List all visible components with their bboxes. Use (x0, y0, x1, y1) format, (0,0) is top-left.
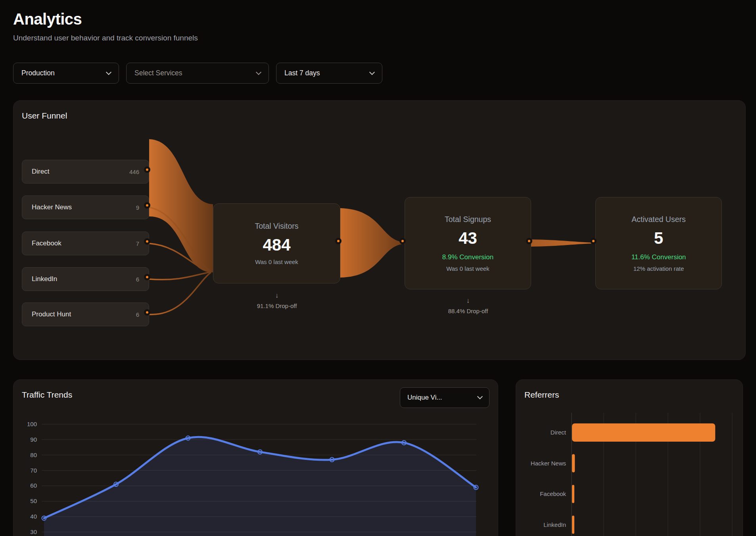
date-range-dropdown[interactable]: Last 7 days (276, 63, 382, 84)
page-header: Analytics Understand user behavior and t… (13, 10, 198, 42)
stage-total-signups[interactable]: Total Signups 43 8.9% Conversion Was 0 l… (405, 197, 531, 289)
services-dropdown[interactable]: Select Services (126, 63, 269, 84)
arrow-down-icon: ↓ (448, 297, 488, 304)
flow-signups-to-activated (531, 239, 595, 247)
y-tick-label: 40 (30, 513, 37, 520)
services-dropdown-placeholder: Select Services (134, 69, 182, 77)
bar (572, 454, 575, 473)
source-count: 6 (136, 311, 139, 318)
y-tick-label: 60 (30, 482, 37, 489)
source-count: 9 (136, 204, 139, 211)
stage-conversion: 8.9% Conversion (442, 253, 493, 261)
bar (572, 423, 715, 442)
source-label: Product Hunt (32, 310, 71, 318)
referrers-bar-chart[interactable]: DirectHacker NewsFacebookLinkedIn (516, 380, 743, 536)
traffic-metric-dropdown-value: Unique Vi... (407, 394, 442, 402)
y-tick-label: 100 (27, 421, 37, 427)
y-tick-label: 50 (30, 498, 37, 504)
stage-value: 5 (654, 229, 663, 248)
source-count: 446 (129, 168, 139, 175)
source-count: 6 (136, 276, 139, 283)
user-funnel-card: User Funnel Direct 446 Hacker N (13, 100, 746, 360)
bar-category-label: Facebook (540, 490, 566, 497)
arrow-down-icon: ↓ (257, 292, 297, 299)
funnel-source-direct[interactable]: Direct 446 (22, 160, 149, 184)
stage-conversion: 11.6% Conversion (631, 253, 686, 261)
stage-title: Total Visitors (255, 222, 298, 231)
bar-category-label: Direct (551, 429, 566, 436)
flow-linkedin-to-visitors (149, 272, 211, 279)
bar (572, 516, 574, 534)
stage-title: Total Signups (445, 215, 491, 224)
bar (572, 485, 574, 503)
funnel-source-product-hunt[interactable]: Product Hunt 6 (22, 302, 149, 326)
bar-category-label: Hacker News (531, 460, 566, 467)
source-label: LinkedIn (32, 275, 57, 283)
stage-title: Activated Users (631, 215, 686, 224)
source-label: Direct (32, 168, 49, 176)
stage-activated-users[interactable]: Activated Users 5 11.6% Conversion 12% a… (595, 197, 722, 289)
y-tick-label: 80 (30, 452, 37, 458)
analytics-dashboard: { "colors": { "accent_orange": "#ee8130"… (0, 0, 756, 536)
funnel-source-hacker-news[interactable]: Hacker News 9 (22, 195, 149, 219)
chevron-down-icon (106, 69, 111, 75)
node-dot-linkedin (144, 274, 150, 280)
flow-visitors-to-signups (340, 208, 405, 278)
source-label: Facebook (32, 239, 61, 247)
traffic-trends-card: Traffic Trends Unique Vi... 100908070605… (13, 379, 498, 536)
stage-note: Was 0 last week (446, 265, 489, 272)
dropoff-label: 91.1% Drop-off (257, 302, 297, 309)
page-title: Analytics (13, 10, 198, 28)
node-dot-product-hunt (144, 309, 150, 316)
node-dot-facebook (144, 238, 150, 245)
traffic-metric-dropdown[interactable]: Unique Vi... (400, 387, 489, 408)
source-count: 7 (136, 240, 139, 247)
environment-dropdown-value: Production (21, 69, 55, 77)
stage-value: 484 (263, 235, 290, 255)
stage-note: Was 0 last week (255, 258, 298, 265)
dropoff-signups: ↓ 88.4% Drop-off (448, 297, 488, 314)
y-tick-label: 90 (30, 436, 37, 443)
environment-dropdown[interactable]: Production (13, 63, 119, 84)
node-dot-signups-in (399, 238, 406, 244)
node-dot-visitors-out (335, 238, 342, 244)
funnel-source-facebook[interactable]: Facebook 7 (22, 232, 149, 255)
y-tick-label: 70 (30, 467, 37, 474)
stage-total-visitors[interactable]: Total Visitors 484 Was 0 last week (213, 203, 340, 283)
stage-note: 12% activation rate (633, 265, 684, 272)
bar-category-label: LinkedIn (543, 521, 566, 528)
y-tick-label: 30 (30, 528, 37, 535)
node-dot-signups-out (526, 238, 532, 244)
referrers-card: Referrers DirectHacker NewsFacebookLinke… (516, 379, 743, 536)
chevron-down-icon (477, 394, 483, 399)
flow-direct-to-visitors (149, 139, 213, 272)
node-dot-activated-in (590, 238, 597, 244)
node-dot-direct (144, 167, 150, 173)
dropoff-label: 88.4% Drop-off (448, 308, 488, 314)
stage-value: 43 (459, 229, 477, 248)
dropoff-visitors: ↓ 91.1% Drop-off (257, 292, 297, 309)
node-dot-hacker-news (144, 202, 150, 209)
source-label: Hacker News (32, 203, 72, 211)
chevron-down-icon (256, 69, 261, 75)
page-subtitle: Understand user behavior and track conve… (13, 34, 198, 42)
chevron-down-icon (369, 69, 375, 75)
date-range-dropdown-value: Last 7 days (284, 69, 320, 77)
funnel-source-linkedin[interactable]: LinkedIn 6 (22, 267, 149, 291)
